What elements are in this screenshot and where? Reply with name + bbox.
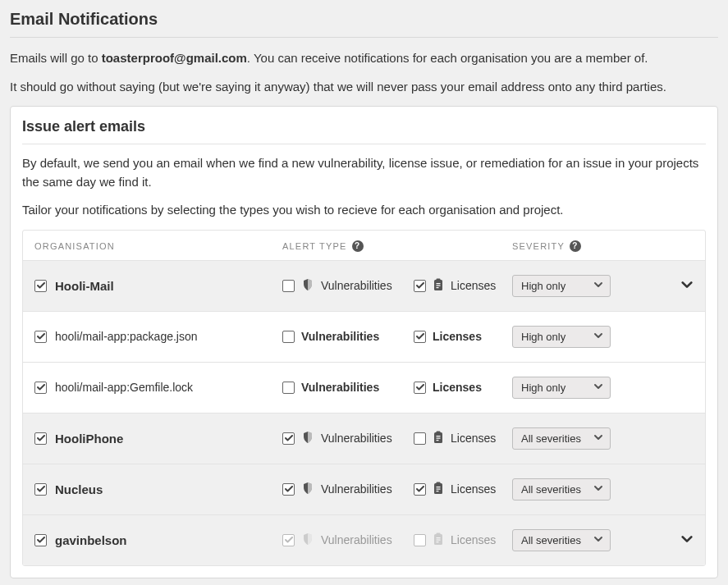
intro-email: toasterproof@gmail.com bbox=[102, 51, 247, 65]
svg-rect-9 bbox=[437, 440, 439, 441]
svg-rect-3 bbox=[437, 285, 441, 286]
project-name: hooli/mail-app:Gemfile.lock bbox=[55, 381, 193, 394]
chevron-down-icon bbox=[585, 331, 603, 343]
svg-rect-19 bbox=[437, 542, 439, 542]
lic-checkbox[interactable] bbox=[414, 483, 426, 496]
expand-cell bbox=[667, 278, 694, 294]
lic-cell: Licenses bbox=[414, 278, 512, 294]
vuln-label: Vulnerabilities bbox=[321, 432, 392, 445]
help-icon[interactable]: ? bbox=[352, 240, 364, 252]
vuln-checkbox[interactable] bbox=[282, 382, 295, 394]
severity-value: All severities bbox=[521, 432, 581, 445]
org-cell: Hooli-Mail bbox=[34, 279, 282, 293]
severity-value: High only bbox=[521, 382, 565, 394]
svg-rect-2 bbox=[437, 283, 441, 284]
lic-label: Licenses bbox=[433, 381, 482, 394]
table-row: Hooli-MailVulnerabilitiesLicensesHigh on… bbox=[23, 260, 705, 311]
alert-cell: VulnerabilitiesLicenses bbox=[282, 532, 512, 548]
lic-checkbox[interactable] bbox=[414, 280, 426, 292]
vuln-cell: Vulnerabilities bbox=[282, 330, 414, 343]
vuln-checkbox[interactable] bbox=[282, 483, 295, 496]
lic-checkbox[interactable] bbox=[414, 382, 426, 394]
lic-cell: Licenses bbox=[414, 532, 512, 548]
svg-rect-6 bbox=[437, 431, 441, 433]
vuln-label: Vulnerabilities bbox=[321, 533, 392, 546]
row-checkbox[interactable] bbox=[34, 280, 47, 292]
svg-rect-4 bbox=[437, 287, 439, 288]
expand-cell bbox=[667, 532, 694, 548]
alert-cell: VulnerabilitiesLicenses bbox=[282, 330, 512, 343]
chevron-down-icon bbox=[585, 534, 603, 546]
lic-checkbox[interactable] bbox=[414, 432, 426, 445]
page-title: Email Notifications bbox=[10, 10, 718, 38]
project-name: hooli/mail-app:package.json bbox=[55, 330, 198, 343]
lic-label: Licenses bbox=[451, 279, 496, 292]
org-name: gavinbelson bbox=[55, 533, 127, 547]
vuln-checkbox[interactable] bbox=[282, 331, 295, 343]
org-name: HooliPhone bbox=[55, 432, 123, 446]
panel-desc-1: By default, we send you an email when we… bbox=[22, 154, 706, 191]
shield-icon bbox=[301, 532, 314, 548]
header-severity: SEVERITY ? bbox=[512, 240, 694, 252]
row-checkbox[interactable] bbox=[34, 483, 47, 496]
vuln-checkbox[interactable] bbox=[282, 432, 295, 445]
severity-select[interactable]: All severities bbox=[512, 529, 611, 551]
shield-icon bbox=[301, 278, 314, 294]
clipboard-icon bbox=[433, 278, 444, 294]
org-cell: Nucleus bbox=[34, 482, 282, 496]
clipboard-icon bbox=[433, 431, 444, 446]
expand-toggle[interactable] bbox=[680, 278, 694, 294]
vuln-cell: Vulnerabilities bbox=[282, 431, 414, 446]
intro-prefix: Emails will go to bbox=[10, 51, 102, 65]
svg-rect-8 bbox=[437, 437, 441, 438]
row-checkbox[interactable] bbox=[34, 432, 47, 445]
severity-cell: All severities bbox=[512, 478, 667, 500]
lic-checkbox[interactable] bbox=[414, 331, 426, 343]
row-checkbox[interactable] bbox=[34, 382, 47, 394]
vuln-checkbox[interactable] bbox=[282, 280, 295, 292]
alert-cell: VulnerabilitiesLicenses bbox=[282, 431, 512, 446]
svg-rect-13 bbox=[437, 488, 441, 489]
org-name: Hooli-Mail bbox=[55, 279, 114, 293]
table-row: hooli/mail-app:Gemfile.lockVulnerabiliti… bbox=[23, 362, 705, 413]
lic-label: Licenses bbox=[451, 533, 496, 546]
severity-value: All severities bbox=[521, 534, 581, 546]
help-icon[interactable]: ? bbox=[570, 240, 581, 252]
org-cell: gavinbelson bbox=[34, 533, 282, 547]
table-row: HooliPhoneVulnerabilitiesLicensesAll sev… bbox=[23, 413, 705, 464]
lic-label: Licenses bbox=[433, 330, 482, 343]
svg-rect-16 bbox=[437, 532, 441, 535]
org-name: Nucleus bbox=[55, 482, 103, 496]
severity-value: All severities bbox=[521, 483, 581, 496]
org-cell: hooli/mail-app:package.json bbox=[34, 330, 282, 343]
severity-cell: High only bbox=[512, 377, 667, 399]
chevron-down-icon bbox=[585, 483, 603, 496]
issue-alert-panel: Issue alert emails By default, we send y… bbox=[10, 106, 718, 578]
severity-select[interactable]: High only bbox=[512, 275, 611, 297]
severity-select[interactable]: High only bbox=[512, 326, 611, 348]
svg-rect-14 bbox=[437, 491, 439, 491]
lic-cell: Licenses bbox=[414, 330, 512, 343]
table-header: ORGANISATION ALERT TYPE ? SEVERITY ? bbox=[23, 231, 705, 260]
vuln-label: Vulnerabilities bbox=[321, 482, 392, 496]
intro-email-line: Emails will go to toasterproof@gmail.com… bbox=[10, 49, 718, 68]
severity-select[interactable]: All severities bbox=[512, 478, 611, 500]
row-checkbox[interactable] bbox=[34, 534, 47, 546]
lic-cell: Licenses bbox=[414, 482, 512, 497]
shield-icon bbox=[301, 431, 314, 446]
expand-toggle[interactable] bbox=[680, 532, 694, 548]
svg-rect-7 bbox=[437, 436, 441, 436]
severity-value: High only bbox=[521, 331, 565, 343]
severity-select[interactable]: High only bbox=[512, 377, 611, 399]
vuln-label: Vulnerabilities bbox=[301, 330, 379, 343]
org-cell: hooli/mail-app:Gemfile.lock bbox=[34, 381, 282, 394]
org-cell: HooliPhone bbox=[34, 432, 282, 446]
severity-cell: All severities bbox=[512, 529, 667, 551]
severity-select[interactable]: All severities bbox=[512, 427, 611, 450]
alert-cell: VulnerabilitiesLicenses bbox=[282, 482, 512, 497]
row-checkbox[interactable] bbox=[34, 331, 47, 343]
vuln-label: Vulnerabilities bbox=[301, 381, 379, 394]
intro-suffix: . You can receive notifications for each… bbox=[247, 51, 648, 65]
vuln-cell: Vulnerabilities bbox=[282, 278, 414, 294]
vuln-cell: Vulnerabilities bbox=[282, 482, 414, 497]
